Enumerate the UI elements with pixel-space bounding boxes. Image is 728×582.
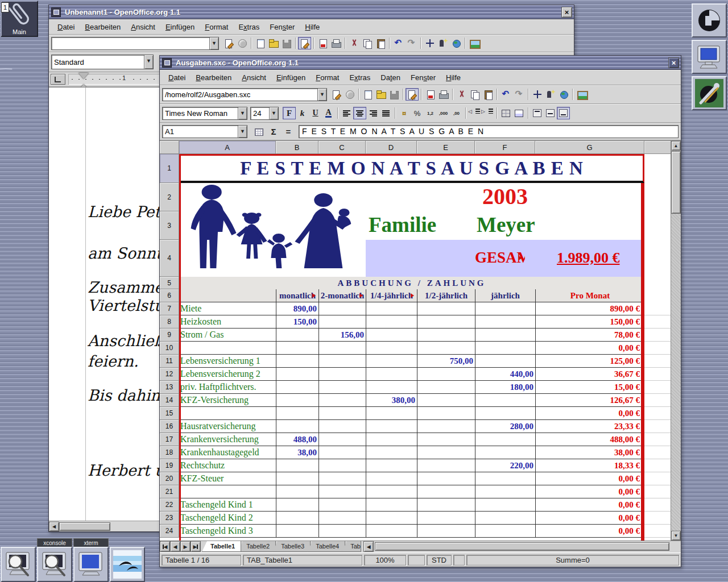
column-header-C[interactable]: C — [318, 141, 366, 154]
new-document-icon[interactable] — [254, 37, 267, 49]
cell-reference-box[interactable]: A1 ▼ — [162, 125, 247, 138]
cell-B10[interactable] — [276, 342, 318, 354]
cell-D13[interactable] — [366, 381, 417, 393]
cell-gesamt-label[interactable]: GESAMT — [475, 249, 525, 267]
increase-indent-button[interactable] — [481, 107, 494, 119]
row-header-17[interactable]: 17 — [160, 433, 179, 446]
chevron-down-icon[interactable]: ▼ — [238, 126, 247, 138]
cell-C22[interactable] — [318, 498, 366, 511]
cell-E7[interactable] — [417, 302, 475, 315]
cell-F14[interactable] — [475, 394, 535, 406]
cell-B13[interactable] — [276, 381, 318, 393]
cell-C19[interactable] — [318, 459, 366, 472]
next-sheet-button[interactable]: ▶ — [180, 541, 191, 552]
cell-D10[interactable] — [366, 342, 417, 354]
cell-B17[interactable]: 488,00 — [276, 433, 318, 446]
cell-F12[interactable]: 440,00 — [475, 368, 535, 380]
save-icon[interactable] — [280, 37, 293, 49]
edit-file-icon[interactable] — [330, 88, 343, 101]
period-header-1[interactable]: monatlich — [276, 289, 318, 302]
cell-A10[interactable] — [179, 342, 276, 354]
cell-F15[interactable] — [475, 407, 535, 419]
cell-B15[interactable] — [276, 407, 318, 419]
delete-decimal-button[interactable]: ,00 — [450, 107, 463, 119]
openoffice-icon[interactable] — [110, 547, 145, 582]
shell-sphere-icon[interactable] — [692, 3, 727, 38]
cell-D23[interactable] — [366, 512, 417, 524]
cell-A9[interactable]: Strom / Gas — [179, 329, 276, 341]
cell-G22[interactable]: 0,00 € — [535, 498, 644, 511]
gallery-icon[interactable] — [575, 88, 588, 101]
cell-B22[interactable] — [276, 498, 318, 511]
cell-D14[interactable]: 380,00 — [366, 394, 417, 406]
cell-D19[interactable] — [366, 459, 417, 472]
menu-format[interactable]: Format — [200, 21, 233, 33]
cell-A1-title[interactable]: F E S T E M O N A T S A U S G A B E N — [179, 154, 644, 183]
writer-titlebar[interactable]: Unbenannt1 - OpenOffice.org 1.1 × — [49, 5, 574, 19]
cell-D11[interactable] — [366, 355, 417, 367]
cell-A22[interactable]: Taschengeld Kind 1 — [179, 498, 276, 511]
column-header-G[interactable]: G — [535, 141, 644, 154]
cell-E16[interactable] — [417, 420, 475, 433]
borders-button[interactable] — [499, 107, 512, 119]
menu-bearbeiten[interactable]: Bearbeiten — [191, 72, 237, 84]
cell-C9[interactable]: 156,00 — [318, 329, 366, 341]
redo-icon[interactable] — [405, 37, 418, 49]
cell-A17[interactable]: Krankenversicherung — [179, 433, 276, 446]
status-sum-display[interactable]: Summe=0 — [466, 555, 679, 566]
row-header-2[interactable]: 2 — [160, 183, 179, 211]
function-wizard-button[interactable] — [252, 125, 266, 138]
cell-D17[interactable] — [366, 433, 417, 446]
cell-A11[interactable]: Lebensversicherung 1 — [179, 355, 276, 367]
cell-B7[interactable]: 890,00 — [276, 302, 318, 315]
cell-C11[interactable] — [318, 355, 366, 367]
cell-B21[interactable] — [276, 485, 318, 498]
cell-A21[interactable] — [179, 485, 276, 498]
cell-C24[interactable] — [318, 525, 366, 537]
sheet-tab-tabelle2[interactable]: Tabelle2 — [238, 541, 276, 552]
hyperlink-icon[interactable] — [449, 37, 462, 49]
font-color-button[interactable]: A — [322, 107, 335, 119]
cell-A19[interactable]: Rechtschutz — [179, 459, 276, 472]
cell-E21[interactable] — [417, 485, 475, 498]
menu-extras[interactable]: Extras — [233, 21, 264, 33]
cell-G16[interactable]: 23,33 € — [535, 420, 644, 433]
cell-E18[interactable] — [417, 446, 475, 459]
column-header-F[interactable]: F — [475, 141, 535, 154]
scrollbar-thumb[interactable] — [375, 542, 669, 551]
menu-fenster[interactable]: Fenster — [406, 72, 441, 84]
sum-button[interactable]: Σ — [267, 125, 280, 138]
gallery-icon[interactable] — [468, 37, 481, 49]
number-currency-button[interactable]: ¤ — [398, 107, 411, 119]
cell-D8[interactable] — [366, 315, 417, 328]
cell-G24[interactable]: 0,00 € — [535, 525, 644, 537]
menu-datei[interactable]: Datei — [52, 21, 80, 33]
cell-F7[interactable] — [475, 302, 535, 315]
cell-A20[interactable]: KFZ-Steuer — [179, 472, 276, 485]
select-all-corner[interactable] — [160, 141, 179, 154]
menu-hilfe[interactable]: Hilfe — [441, 72, 466, 84]
cell-D9[interactable] — [366, 329, 417, 341]
cell-F13[interactable]: 180,00 — [475, 381, 535, 393]
status-sheet-position[interactable]: Tabelle 1 / 16 — [162, 555, 241, 566]
cell-G15[interactable]: 0,00 € — [535, 407, 644, 419]
calc-close-button[interactable]: × — [668, 57, 679, 68]
row-header-11[interactable]: 11 — [160, 355, 179, 368]
column-header-D[interactable]: D — [366, 141, 417, 154]
sheet-tab-tabelle4[interactable]: Tabelle4 — [307, 541, 345, 552]
cell-A15[interactable] — [179, 407, 276, 419]
xmag-icon[interactable] — [1, 547, 36, 582]
cell-F18[interactable] — [475, 446, 535, 459]
column-header-A[interactable]: A — [179, 141, 276, 154]
period-header-3[interactable]: 1/4-jährlich — [366, 289, 417, 302]
workspace-badge[interactable]: 1 — [1, 2, 9, 13]
valign-center-button[interactable] — [544, 107, 557, 119]
underline-button[interactable]: U — [309, 107, 322, 119]
cell-year[interactable]: 2003 — [475, 183, 535, 211]
cell-E24[interactable] — [417, 525, 475, 537]
cell-D7[interactable] — [366, 302, 417, 315]
valign-top-button[interactable] — [531, 107, 544, 119]
cell-A18[interactable]: Krankenhaustagegeld — [179, 446, 276, 459]
column-header-E[interactable]: E — [417, 141, 475, 154]
cell-D18[interactable] — [366, 446, 417, 459]
